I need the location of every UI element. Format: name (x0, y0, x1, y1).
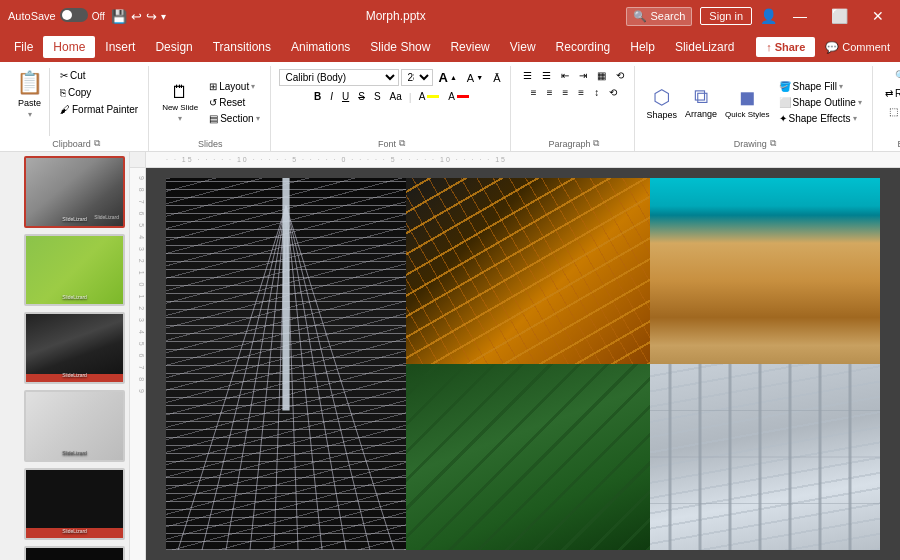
menu-slideshow[interactable]: Slide Show (360, 36, 440, 58)
comment-button[interactable]: 💬 Comment (819, 37, 896, 58)
editing-group-label: Editing (881, 137, 900, 151)
increase-indent-button[interactable]: ⇥ (575, 68, 591, 83)
autosave-label: AutoSave (8, 10, 56, 22)
menu-slidelizard[interactable]: SlideLizard (665, 36, 744, 58)
font-expand-icon[interactable]: ⧉ (399, 138, 405, 149)
quick-styles-icon: ◼ (739, 85, 756, 109)
sign-in-button[interactable]: Sign in (700, 7, 752, 25)
justify-button[interactable]: ≡ (574, 85, 588, 100)
thumb-5-label: SlideLizard (62, 528, 87, 534)
share-icon: ↑ (766, 41, 772, 53)
shapes-button[interactable]: ⬡ Shapes (643, 84, 680, 121)
share-button[interactable]: ↑ Share (756, 37, 815, 57)
paste-button[interactable]: 📋 Paste ▾ (10, 68, 50, 136)
new-slide-button[interactable]: 🗒 New Slide ▾ (157, 80, 203, 126)
paragraph-expand-icon[interactable]: ⧉ (593, 138, 599, 149)
font-family-select[interactable]: Calibri (Body) (279, 69, 399, 86)
svg-line-7 (286, 206, 346, 550)
copy-button[interactable]: ⎘ Copy (56, 85, 142, 100)
ribbon-group-font: Calibri (Body) 28 A ▲ A ▼ Ā B (273, 66, 512, 151)
slide-thumb-wrapper-6: 6 SlideLizard (4, 546, 125, 560)
replace-button[interactable]: ⇄ Replace ▾ (881, 86, 900, 101)
shape-fill-button[interactable]: 🪣 Shape Fill ▾ (775, 79, 866, 94)
restore-button[interactable]: ⬜ (823, 8, 856, 24)
numbering-button[interactable]: ☰ (538, 68, 555, 83)
fill-icon: 🪣 (779, 81, 791, 92)
text-direction-button[interactable]: ⟲ (605, 85, 621, 100)
autosave-toggle-icon[interactable] (60, 8, 88, 24)
redo-icon[interactable]: ↪ (146, 9, 157, 24)
shape-outline-button[interactable]: ⬜ Shape Outline ▾ (775, 95, 866, 110)
bridge-svg (166, 178, 406, 550)
font-grow-button[interactable]: A ▲ (435, 68, 461, 87)
columns-button[interactable]: ▦ (593, 68, 610, 83)
shape-effects-label: Shape Effects (789, 113, 851, 124)
drawing-content: ⬡ Shapes ⧉ Arrange ◼ Quick Styles 🪣 Shap… (643, 68, 865, 136)
quick-styles-button[interactable]: ◼ Quick Styles (722, 84, 772, 120)
slides-group-label: Slides (157, 137, 263, 151)
arrange-button[interactable]: ⧉ Arrange (682, 84, 720, 120)
line-spacing-button[interactable]: ↕ (590, 85, 603, 100)
cut-button[interactable]: ✂ Cut (56, 68, 142, 83)
font-size-select[interactable]: 28 (401, 69, 433, 86)
shape-effects-button[interactable]: ✦ Shape Effects ▾ (775, 111, 866, 126)
align-left-button[interactable]: ≡ (527, 85, 541, 100)
svg-line-1 (202, 206, 286, 550)
menu-review[interactable]: Review (440, 36, 499, 58)
slide-thumbnail-4[interactable]: SlideLizard (24, 390, 125, 462)
shadow-button[interactable]: S (370, 89, 385, 104)
case-button[interactable]: Aa (386, 89, 406, 104)
align-right-button[interactable]: ≡ (558, 85, 572, 100)
clear-format-button[interactable]: Ā (489, 70, 504, 86)
font-color-button[interactable]: A (444, 89, 473, 104)
clipboard-expand-icon[interactable]: ⧉ (94, 138, 100, 149)
bold-button[interactable]: B (310, 89, 325, 104)
smart-art-button[interactable]: ⟲ (612, 68, 628, 83)
layout-button[interactable]: ⊞ Layout ▾ (205, 79, 263, 94)
menu-insert[interactable]: Insert (95, 36, 145, 58)
font-shrink-button[interactable]: A ▼ (463, 70, 487, 86)
bullets-button[interactable]: ☰ (519, 68, 536, 83)
title-bar: AutoSave Off 💾 ↩ ↪ ▾ Morph.pptx 🔍 Search… (0, 0, 900, 32)
thumb-2-label: SlideLizard (62, 294, 87, 300)
menu-transitions[interactable]: Transitions (203, 36, 281, 58)
section-button[interactable]: ▤ Section ▾ (205, 111, 263, 126)
underline-button[interactable]: U (338, 89, 353, 104)
slide-thumbnail-2[interactable]: SlideLizard (24, 234, 125, 306)
align-center-button[interactable]: ≡ (543, 85, 557, 100)
search-label: Search (651, 10, 686, 22)
save-icon[interactable]: 💾 (111, 9, 127, 24)
slide-thumbnail-3[interactable]: SlideLizard (24, 312, 125, 384)
undo-icon[interactable]: ↩ (131, 9, 142, 24)
menu-recording[interactable]: Recording (546, 36, 621, 58)
photo-bridge (166, 178, 406, 550)
font-group-label: Font ⧉ (279, 136, 505, 151)
canvas-area[interactable] (146, 168, 900, 560)
select-button[interactable]: ⬚ Select ▾ (885, 104, 900, 119)
thumb-1-label: SlideLizard (62, 216, 87, 222)
find-button[interactable]: 🔍 Find (891, 68, 900, 83)
slide-thumbnail-1[interactable]: SlideLizard (24, 156, 125, 228)
slides-content: 🗒 New Slide ▾ ⊞ Layout ▾ ↺ Reset ▤ Secti… (157, 68, 263, 137)
slide-thumbnail-5[interactable]: SlideLizard (24, 468, 125, 540)
format-painter-button[interactable]: 🖌 Format Painter (56, 102, 142, 117)
menu-view[interactable]: View (500, 36, 546, 58)
drawing-expand-icon[interactable]: ⧉ (770, 138, 776, 149)
close-button[interactable]: ✕ (864, 8, 892, 24)
title-bar-left: AutoSave Off 💾 ↩ ↪ ▾ (8, 8, 166, 24)
decrease-indent-button[interactable]: ⇤ (557, 68, 573, 83)
reset-button[interactable]: ↺ Reset (205, 95, 263, 110)
strikethrough-button[interactable]: S (354, 89, 369, 104)
menu-file[interactable]: File (4, 36, 43, 58)
menu-animations[interactable]: Animations (281, 36, 360, 58)
profile-icon[interactable]: 👤 (760, 8, 777, 24)
search-box[interactable]: 🔍 Search (626, 7, 693, 26)
menu-design[interactable]: Design (145, 36, 202, 58)
menu-help[interactable]: Help (620, 36, 665, 58)
italic-button[interactable]: I (326, 89, 337, 104)
highlight-button[interactable]: A (415, 89, 444, 104)
minimize-button[interactable]: — (785, 8, 815, 24)
quick-styles-label: Quick Styles (725, 110, 769, 119)
menu-home[interactable]: Home (43, 36, 95, 58)
slide-thumbnail-6[interactable]: SlideLizard (24, 546, 125, 560)
